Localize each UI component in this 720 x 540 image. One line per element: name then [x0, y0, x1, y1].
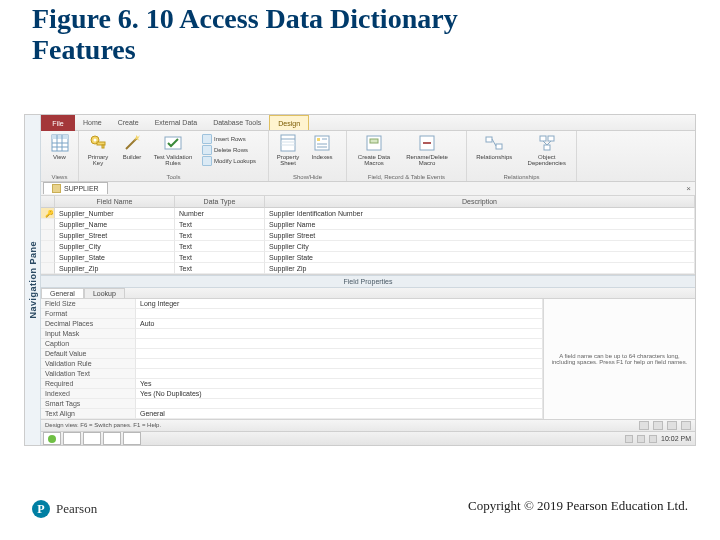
pearson-logo-icon: P — [32, 500, 50, 518]
grid-row[interactable]: Supplier_ZipTextSupplier Zip — [41, 263, 695, 274]
row-selector[interactable] — [41, 241, 55, 252]
property-value[interactable] — [136, 359, 543, 369]
cell-data-type[interactable]: Text — [175, 252, 265, 263]
relationships-button[interactable]: Relationships — [471, 133, 518, 166]
property-value[interactable]: Yes (No Duplicates) — [136, 389, 543, 399]
property-row[interactable]: Decimal PlacesAuto — [41, 319, 543, 329]
object-tab-label: SUPPLIER — [64, 185, 99, 192]
tab-create[interactable]: Create — [110, 115, 147, 130]
property-row[interactable]: Default Value — [41, 349, 543, 359]
indexes-button[interactable]: Indexes — [307, 133, 337, 166]
cell-field-name[interactable]: Supplier_Number — [55, 208, 175, 219]
taskbar-item-1[interactable] — [63, 432, 81, 445]
grid-row[interactable]: 🔑Supplier_NumberNumberSupplier Identific… — [41, 208, 695, 219]
property-value[interactable]: General — [136, 409, 543, 419]
grid-row[interactable]: Supplier_StreetTextSupplier Street — [41, 230, 695, 241]
row-selector[interactable] — [41, 263, 55, 274]
cell-description[interactable]: Supplier State — [265, 252, 695, 263]
view-shortcut-design[interactable] — [653, 421, 663, 430]
cell-field-name[interactable]: Supplier_City — [55, 241, 175, 252]
object-dependencies-button[interactable]: Object Dependencies — [522, 133, 572, 166]
group-tools-label: Tools — [83, 174, 264, 181]
tab-home[interactable]: Home — [75, 115, 110, 130]
navigation-pane-collapsed[interactable]: Navigation Pane — [25, 115, 41, 445]
property-value[interactable] — [136, 309, 543, 319]
cell-description[interactable]: Supplier Zip — [265, 263, 695, 274]
delete-rows-button[interactable]: Delete Rows — [202, 145, 256, 155]
cell-data-type[interactable]: Text — [175, 241, 265, 252]
tab-design[interactable]: Design — [269, 115, 309, 130]
property-sheet-button[interactable]: Property Sheet — [273, 133, 303, 166]
cell-field-name[interactable]: Supplier_State — [55, 252, 175, 263]
property-value[interactable] — [136, 399, 543, 409]
svg-rect-29 — [540, 136, 546, 141]
property-row[interactable]: RequiredYes — [41, 379, 543, 389]
test-validation-button[interactable]: Test Validation Rules — [151, 133, 195, 166]
view-shortcut-datasheet[interactable] — [639, 421, 649, 430]
property-row[interactable]: Smart Tags — [41, 399, 543, 409]
property-row[interactable]: Caption — [41, 339, 543, 349]
cell-field-name[interactable]: Supplier_Name — [55, 219, 175, 230]
grid-row[interactable]: Supplier_NameTextSupplier Name — [41, 219, 695, 230]
view-button[interactable]: View — [45, 133, 74, 160]
cell-data-type[interactable]: Number — [175, 208, 265, 219]
svg-point-7 — [94, 139, 97, 142]
modify-lookups-button[interactable]: Modify Lookups — [202, 156, 256, 166]
cell-field-name[interactable]: Supplier_Street — [55, 230, 175, 241]
property-row[interactable]: Text AlignGeneral — [41, 409, 543, 419]
ribbon-tabs: File Home Create External Data Database … — [41, 115, 695, 131]
tray-icon-1[interactable] — [625, 435, 633, 443]
property-value[interactable] — [136, 369, 543, 379]
svg-rect-26 — [486, 137, 492, 142]
cell-data-type[interactable]: Text — [175, 219, 265, 230]
property-row[interactable]: Format — [41, 309, 543, 319]
tray-icon-2[interactable] — [637, 435, 645, 443]
create-data-macros-button[interactable]: Create Data Macros — [351, 133, 397, 166]
property-value[interactable] — [136, 349, 543, 359]
taskbar-item-3[interactable] — [103, 432, 121, 445]
property-value[interactable]: Auto — [136, 319, 543, 329]
props-tab-lookup[interactable]: Lookup — [84, 288, 125, 298]
cell-field-name[interactable]: Supplier_Zip — [55, 263, 175, 274]
property-value[interactable] — [136, 339, 543, 349]
cell-description[interactable]: Supplier City — [265, 241, 695, 252]
row-selector[interactable] — [41, 252, 55, 263]
property-row[interactable]: Input Mask — [41, 329, 543, 339]
cell-description[interactable]: Supplier Street — [265, 230, 695, 241]
property-row[interactable]: Validation Text — [41, 369, 543, 379]
close-object-button[interactable]: × — [686, 184, 691, 193]
tab-database-tools[interactable]: Database Tools — [205, 115, 269, 130]
taskbar-item-4[interactable] — [123, 432, 141, 445]
row-selector[interactable] — [41, 230, 55, 241]
property-label: Caption — [41, 339, 136, 349]
insert-rows-button[interactable]: Insert Rows — [202, 134, 256, 144]
builder-button[interactable]: Builder — [117, 133, 147, 166]
rename-delete-macro-button[interactable]: Rename/Delete Macro — [401, 133, 453, 166]
cell-data-type[interactable]: Text — [175, 263, 265, 274]
status-bar: Design view. F6 = Switch panes. F1 = Hel… — [41, 419, 695, 431]
property-row[interactable]: IndexedYes (No Duplicates) — [41, 389, 543, 399]
property-row[interactable]: Field SizeLong Integer — [41, 299, 543, 309]
grid-row[interactable]: Supplier_CityTextSupplier City — [41, 241, 695, 252]
row-selector[interactable]: 🔑 — [41, 208, 55, 219]
property-value[interactable] — [136, 329, 543, 339]
object-tab-supplier[interactable]: SUPPLIER — [43, 182, 108, 194]
svg-rect-9 — [102, 145, 104, 148]
file-tab[interactable]: File — [41, 115, 75, 131]
tab-external-data[interactable]: External Data — [147, 115, 205, 130]
view-shortcut-3[interactable] — [667, 421, 677, 430]
cell-description[interactable]: Supplier Name — [265, 219, 695, 230]
start-button[interactable] — [43, 432, 61, 445]
tray-icon-3[interactable] — [649, 435, 657, 443]
view-shortcut-4[interactable] — [681, 421, 691, 430]
row-selector[interactable] — [41, 219, 55, 230]
primary-key-button[interactable]: Primary Key — [83, 133, 113, 166]
property-value[interactable]: Long Integer — [136, 299, 543, 309]
props-tab-general[interactable]: General — [41, 288, 84, 298]
grid-row[interactable]: Supplier_StateTextSupplier State — [41, 252, 695, 263]
property-value[interactable]: Yes — [136, 379, 543, 389]
taskbar-item-2[interactable] — [83, 432, 101, 445]
cell-description[interactable]: Supplier Identification Number — [265, 208, 695, 219]
property-row[interactable]: Validation Rule — [41, 359, 543, 369]
cell-data-type[interactable]: Text — [175, 230, 265, 241]
